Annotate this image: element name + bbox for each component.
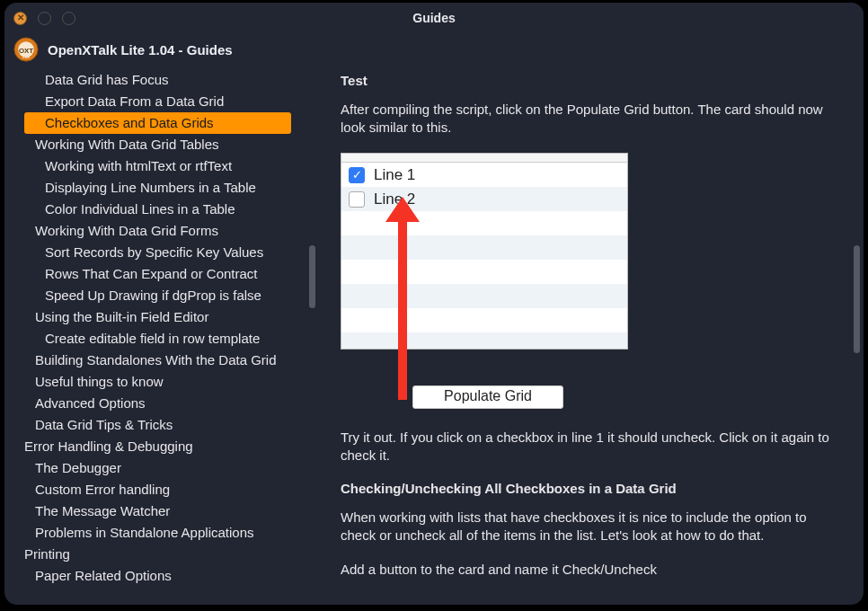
window-controls: ✕ (13, 12, 75, 25)
app-icon: OXT Lite (13, 37, 39, 62)
sidebar-item[interactable]: Printing (4, 544, 319, 565)
sidebar-item[interactable]: Rows That Can Expand or Contract (4, 263, 319, 285)
body: Data Grid has FocusExport Data From a Da… (4, 66, 864, 605)
svg-text:Lite: Lite (22, 55, 30, 59)
grid-row (341, 211, 627, 235)
minimize-button[interactable] (38, 12, 51, 25)
content-pane: Test After compiling the script, click o… (319, 66, 864, 605)
checkbox-icon: ✓ (349, 167, 365, 183)
sidebar-item[interactable]: Data Grid has Focus (4, 69, 319, 91)
sidebar-item[interactable]: Working With Data Grid Forms (4, 220, 319, 242)
checkbox-icon (349, 191, 365, 208)
sidebar-item[interactable]: Useful things to know (4, 371, 319, 393)
window: ✕ Guides OXT Lite OpenXTalk Lite 1.04 - … (4, 3, 864, 605)
arrow-annotation: Populate Grid (341, 350, 628, 409)
sidebar-scrollbar-thumb[interactable] (309, 245, 315, 308)
sidebar-list: Data Grid has FocusExport Data From a Da… (4, 66, 319, 596)
paragraph: Add a button to the card and name it Che… (341, 561, 844, 579)
sidebar-item[interactable]: Color Individual Lines in a Table (4, 199, 319, 220)
close-button[interactable]: ✕ (13, 12, 27, 25)
sidebar-item[interactable]: Error Handling & Debugging (4, 436, 319, 457)
populate-grid-button: Populate Grid (412, 385, 563, 409)
titlebar: ✕ Guides (4, 3, 864, 33)
sidebar-item[interactable]: Working with htmlText or rtfText (4, 155, 319, 177)
content-scrollbar-thumb[interactable] (854, 245, 860, 353)
sidebar-item[interactable]: Displaying Line Numbers in a Table (4, 177, 319, 199)
grid-header-stub (341, 154, 627, 163)
sidebar-item[interactable]: Advanced Options (4, 393, 319, 414)
sidebar-item[interactable]: Problems in Standalone Applications (4, 522, 319, 544)
section-heading-test: Test (341, 73, 844, 88)
svg-text:OXT: OXT (19, 47, 33, 55)
sidebar-item[interactable]: The Message Watcher (4, 500, 319, 522)
sidebar-item[interactable]: The Debugger (4, 457, 319, 479)
sidebar-item[interactable]: Paper Related Options (4, 565, 319, 587)
grid-row: Line 2 (341, 187, 627, 211)
example-grid: ✓ Line 1 Line 2 (341, 153, 628, 350)
sidebar-item[interactable]: Custom Error handling (4, 479, 319, 500)
arrow-stem (398, 220, 407, 400)
paragraph: Try it out. If you click on a checkbox i… (341, 429, 844, 465)
grid-row (341, 332, 627, 349)
sidebar-item[interactable]: Working With Data Grid Tables (4, 134, 319, 155)
sidebar-item[interactable]: Building Standalones With the Data Grid (4, 350, 319, 371)
maximize-button[interactable] (62, 12, 75, 25)
subheader: OXT Lite OpenXTalk Lite 1.04 - Guides (4, 33, 864, 66)
figure: ✓ Line 1 Line 2 (341, 153, 844, 409)
grid-row (341, 308, 627, 332)
window-title: Guides (4, 11, 864, 25)
paragraph: When working with lists that have checkb… (341, 509, 844, 545)
sidebar-item[interactable]: Data Grid Tips & Tricks (4, 414, 319, 436)
paragraph: After compiling the script, click on the… (341, 101, 844, 137)
sidebar-item[interactable]: Checkboxes and Data Grids (24, 112, 291, 134)
grid-row: ✓ Line 1 (341, 163, 627, 187)
section-heading-checkall: Checking/Unchecking All Checkboxes in a … (341, 481, 844, 496)
grid-row (341, 260, 627, 284)
sidebar: Data Grid has FocusExport Data From a Da… (4, 66, 319, 605)
sidebar-item[interactable]: Sort Records by Specific Key Values (4, 242, 319, 263)
grid-row (341, 284, 627, 308)
sidebar-item[interactable]: Create editable field in row template (4, 328, 319, 350)
arrow-up-icon (385, 197, 420, 222)
sidebar-item[interactable]: Export Data From a Data Grid (4, 91, 319, 112)
sidebar-item[interactable]: Speed Up Drawing if dgProp is false (4, 285, 319, 306)
page-title: OpenXTalk Lite 1.04 - Guides (48, 42, 233, 58)
sidebar-item[interactable]: Using the Built-in Field Editor (4, 306, 319, 328)
grid-row (341, 235, 627, 260)
row-label: Line 1 (374, 166, 415, 184)
